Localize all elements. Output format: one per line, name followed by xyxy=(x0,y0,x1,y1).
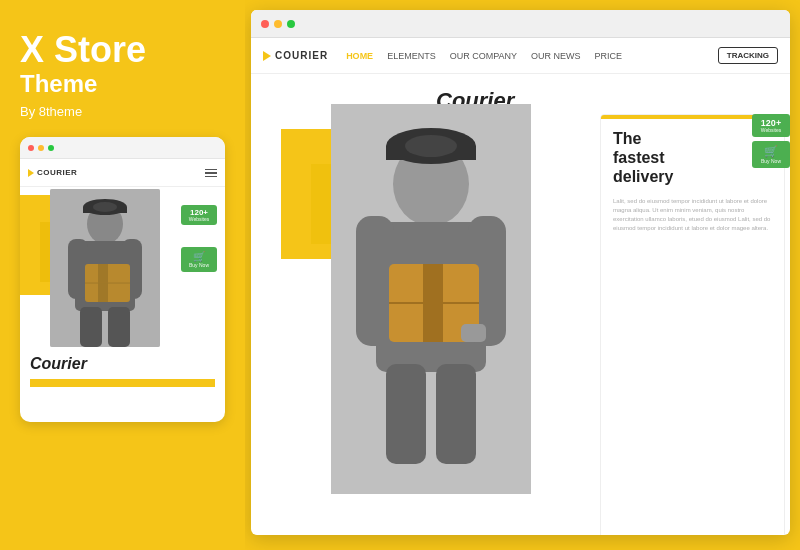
lorem-text: Lalit, sed do eiusmod tempor incididunt … xyxy=(613,197,772,530)
fastest-delivery-heading: The fastest delivery xyxy=(613,129,772,187)
right-panel: COURIER HOME ELEMENTS OUR COMPANY OUR NE… xyxy=(245,0,800,550)
mobile-hero-area: 120+ Websites 🛒 Buy Now xyxy=(20,187,225,347)
mobile-nav: COURIER xyxy=(20,159,225,187)
browser-content-inner: Courier xyxy=(251,74,790,535)
svg-rect-18 xyxy=(386,364,426,464)
browser-dot-green xyxy=(287,20,295,28)
float-badge-label: Websites xyxy=(755,128,787,133)
nav-link-elements[interactable]: ELEMENTS xyxy=(387,51,436,61)
svg-rect-26 xyxy=(461,324,486,342)
app-subtitle: Theme xyxy=(20,70,146,99)
nav-link-our-news[interactable]: OUR NEWS xyxy=(531,51,581,61)
float-badge-buy[interactable]: 🛒 Buy Now xyxy=(752,141,790,168)
svg-rect-6 xyxy=(108,307,130,347)
browser-logo-arrow-icon xyxy=(263,51,271,61)
float-cart-icon: 🛒 xyxy=(755,145,787,158)
main-person-image xyxy=(331,104,531,494)
float-buy-label: Buy Now xyxy=(755,158,787,164)
mobile-footer-text: Courier xyxy=(20,347,225,391)
svg-point-9 xyxy=(93,202,117,212)
app-title-line1: X Store xyxy=(20,30,146,70)
browser-logo: COURIER xyxy=(263,50,328,61)
browser-dot-yellow xyxy=(274,20,282,28)
svg-rect-16 xyxy=(356,216,394,346)
by-label: By 8theme xyxy=(20,104,82,119)
browser-nav-links: HOME ELEMENTS OUR COMPANY OUR NEWS PRICE xyxy=(346,51,708,61)
browser-mockup: COURIER HOME ELEMENTS OUR COMPANY OUR NE… xyxy=(251,10,790,535)
browser-content: Courier xyxy=(251,74,790,535)
nav-link-our-company[interactable]: OUR COMPANY xyxy=(450,51,517,61)
content-box: The fastest delivery Lalit, sed do eiusm… xyxy=(600,114,785,535)
browser-nav-bar: COURIER HOME ELEMENTS OUR COMPANY OUR NE… xyxy=(251,38,790,74)
browser-top-bar xyxy=(251,10,790,38)
svg-rect-5 xyxy=(80,307,102,347)
mobile-dot-yellow xyxy=(38,145,44,151)
nav-link-price[interactable]: PRICE xyxy=(594,51,622,61)
svg-point-22 xyxy=(405,135,457,157)
fastest-line2: fastest xyxy=(613,149,665,166)
left-panel: X Store Theme By 8theme COURIER xyxy=(0,0,245,550)
browser-logo-text: COURIER xyxy=(275,50,328,61)
mobile-footer-bar xyxy=(30,379,215,387)
browser-dot-red xyxy=(261,20,269,28)
mobile-badge-label: Websites xyxy=(183,217,215,222)
mobile-dot-green xyxy=(48,145,54,151)
mobile-mockup: COURIER xyxy=(20,137,225,422)
mobile-footer-title: Courier xyxy=(30,355,215,373)
mobile-logo-arrow-icon xyxy=(28,169,34,177)
float-badge-websites: 120+ Websites xyxy=(752,114,790,137)
nav-link-home[interactable]: HOME xyxy=(346,51,373,61)
fastest-line3: delivery xyxy=(613,168,673,185)
fastest-line1: The xyxy=(613,130,641,147)
hamburger-menu-icon[interactable] xyxy=(205,169,217,178)
mobile-badge-buy[interactable]: 🛒 Buy Now xyxy=(181,247,217,272)
mobile-nav-logo: COURIER xyxy=(28,168,199,177)
floating-badges: 120+ Websites 🛒 Buy Now xyxy=(752,114,790,168)
mobile-top-bar xyxy=(20,137,225,159)
cart-icon: 🛒 xyxy=(183,251,215,262)
tracking-button[interactable]: TRACKING xyxy=(718,47,778,64)
buy-label: Buy Now xyxy=(183,262,215,268)
svg-rect-19 xyxy=(436,364,476,464)
mobile-person-image xyxy=(50,189,160,347)
mobile-logo-text: COURIER xyxy=(37,168,77,177)
app-title: X Store Theme xyxy=(20,30,146,98)
mobile-dot-red xyxy=(28,145,34,151)
mobile-badge-websites: 120+ Websites xyxy=(181,205,217,225)
